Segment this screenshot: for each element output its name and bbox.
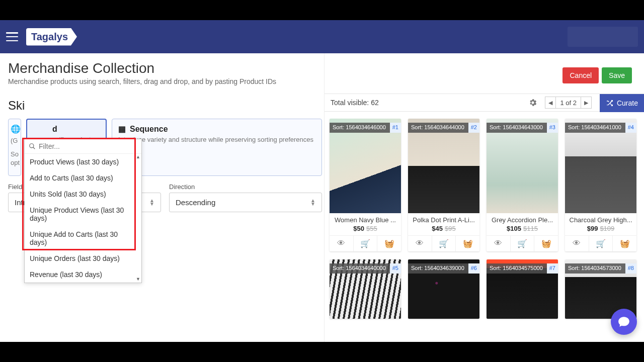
shuffle-icon: [606, 99, 614, 107]
add-cart-icon[interactable]: 🛒: [432, 236, 456, 251]
dropdown-option[interactable]: Add to Carts (last 30 days): [25, 170, 141, 186]
product-card[interactable]: Sort: 1564034641000 #4 Charcoal Grey Hig…: [565, 119, 636, 251]
sort-tag: Sort: 1564034573000: [565, 263, 625, 274]
basket-icon[interactable]: 🧺: [534, 236, 558, 251]
product-title: Polka Dot Print A-Li...: [408, 213, 479, 224]
product-price: $105$115: [487, 224, 558, 235]
save-button[interactable]: Save: [602, 67, 632, 83]
rank-tag: #1: [390, 123, 401, 133]
view-icon[interactable]: 👁: [565, 236, 589, 251]
view-icon[interactable]: 👁: [330, 236, 354, 251]
total-visible: Total visible: 62: [331, 99, 379, 107]
dropdown-option[interactable]: Units Sold (last 30 days): [25, 186, 141, 202]
rank-tag: #7: [547, 263, 558, 274]
chat-icon: [617, 315, 630, 328]
page-subtitle: Merchandise products using search, filte…: [8, 77, 638, 85]
sort-tag: Sort: 1564034643000: [487, 123, 547, 133]
chevron-updown-icon: ▲▼: [310, 199, 315, 205]
chat-fab[interactable]: [611, 309, 637, 335]
direction-select[interactable]: Descending ▲▼: [169, 193, 322, 212]
dropdown-option[interactable]: Product Views (last 30 days): [25, 154, 141, 170]
rank-tag: #8: [625, 263, 636, 274]
sort-tag: Sort: 1564034646000: [330, 123, 390, 133]
view-icon[interactable]: 👁: [487, 236, 511, 251]
field-dropdown[interactable]: Product Views (last 30 days)Add to Carts…: [24, 139, 142, 283]
product-card[interactable]: Sort: 1564034646000 #1 Women Navy Blue .…: [330, 119, 401, 251]
product-price: $50$55: [330, 224, 401, 235]
brand-logo: Tagalys: [26, 28, 77, 46]
dropdown-filter-input[interactable]: [39, 142, 137, 150]
product-card[interactable]: Sort: 1564034644000 #2 Polka Dot Print A…: [408, 119, 479, 251]
page-title: Merchandise Collection: [8, 60, 638, 76]
svg-line-1: [33, 147, 35, 149]
scroll-down-icon[interactable]: ▼: [136, 277, 140, 282]
product-price: $99$109: [565, 224, 636, 235]
scroll-up-icon[interactable]: ▲: [136, 154, 140, 159]
product-price: $45$95: [408, 224, 479, 235]
chevron-updown-icon: ▲▼: [149, 199, 154, 205]
curate-button[interactable]: Curate: [600, 94, 644, 112]
add-cart-icon[interactable]: 🛒: [354, 236, 378, 251]
product-title: Women Navy Blue ...: [330, 213, 401, 224]
search-icon: [29, 143, 36, 150]
sort-tag: Sort: 1564034575000: [487, 263, 547, 274]
sort-tag: Sort: 1564034644000: [408, 123, 468, 133]
product-card[interactable]: Sort: 1564034639000 #6: [408, 259, 479, 319]
rank-tag: #2: [468, 123, 479, 133]
rank-tag: #5: [390, 263, 401, 274]
add-cart-icon[interactable]: 🛒: [589, 236, 613, 251]
rank-tag: #6: [468, 263, 479, 274]
svg-point-0: [30, 144, 34, 148]
grid-icon: ▦: [118, 124, 126, 134]
sort-option-sequence[interactable]: ▦Sequence Introduce variety and structur…: [112, 119, 322, 176]
direction-label: Direction: [169, 183, 322, 191]
account-area[interactable]: [568, 27, 638, 47]
section-label-truncated: Ski: [8, 99, 322, 113]
basket-icon[interactable]: 🧺: [377, 236, 401, 251]
sort-tag: Sort: 1564034639000: [408, 263, 468, 274]
rank-tag: #3: [547, 123, 558, 133]
sort-tag: Sort: 1564034640000: [330, 263, 390, 274]
dropdown-option[interactable]: Unique Orders (last 30 days): [25, 250, 141, 266]
product-card[interactable]: Sort: 1564034640000 #5: [330, 259, 401, 319]
pager-next[interactable]: ▶: [581, 97, 592, 109]
pager-prev[interactable]: ◀: [545, 97, 556, 109]
dropdown-option[interactable]: Revenue (last 30 days): [25, 266, 141, 283]
dropdown-option[interactable]: Unique Add to Carts (last 30 days): [25, 226, 141, 250]
product-title: Charcoal Grey High...: [565, 213, 636, 224]
rank-tag: #4: [625, 123, 636, 133]
product-title: Grey Accordion Ple...: [487, 213, 558, 224]
product-card[interactable]: Sort: 1564034575000 #7: [487, 259, 558, 319]
basket-icon[interactable]: 🧺: [456, 236, 479, 251]
menu-icon[interactable]: [6, 32, 18, 41]
product-card[interactable]: Sort: 1564034643000 #3 Grey Accordion Pl…: [487, 119, 558, 251]
dropdown-option[interactable]: Unique Product Views (last 30 days): [25, 202, 141, 226]
add-cart-icon[interactable]: 🛒: [511, 236, 535, 251]
view-icon[interactable]: 👁: [408, 236, 432, 251]
sort-option-global[interactable]: 🌐 (G So opt: [8, 119, 21, 176]
pager-text: 1 of 2: [556, 97, 581, 109]
sort-tag: Sort: 1564034641000: [565, 123, 625, 133]
basket-icon[interactable]: 🧺: [613, 236, 636, 251]
settings-icon[interactable]: [527, 97, 539, 109]
cancel-button[interactable]: Cancel: [562, 67, 599, 83]
